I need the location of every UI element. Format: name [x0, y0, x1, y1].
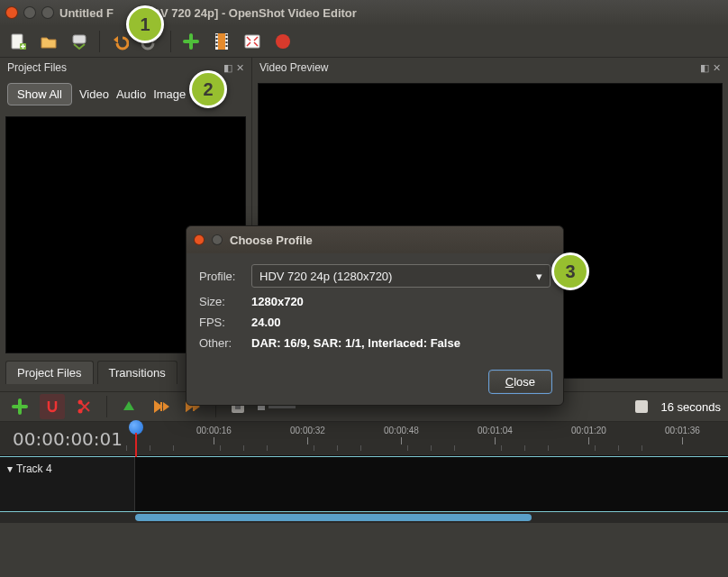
ruler-tick: 00:01:36: [665, 426, 700, 444]
video-preview-panel-header: Video Preview ◧ ✕: [252, 58, 728, 78]
timeline-scrollbar[interactable]: [0, 512, 728, 523]
filter-image-button[interactable]: Image: [153, 87, 186, 101]
main-toolbar: [0, 25, 728, 58]
ruler-tick: 00:01:04: [478, 426, 513, 444]
annotation-1: 1: [126, 5, 164, 43]
profile-dropdown[interactable]: HDV 720 24p (1280x720) ▾: [251, 264, 551, 288]
fps-label: FPS:: [199, 316, 242, 329]
profile-dropdown-value: HDV 720 24p (1280x720): [259, 270, 392, 283]
svg-rect-9: [216, 45, 218, 47]
add-marker-button[interactable]: [116, 394, 141, 419]
dialog-title: Choose Profile: [230, 234, 313, 247]
close-preview-icon[interactable]: ✕: [713, 62, 721, 74]
zoom-label: 16 seconds: [661, 400, 722, 414]
prev-marker-button[interactable]: [149, 394, 174, 419]
add-track-button[interactable]: [7, 394, 32, 419]
project-files-title: Project Files: [7, 61, 67, 74]
svg-rect-10: [226, 34, 228, 36]
size-label: Size:: [199, 295, 242, 308]
profile-label: Profile:: [199, 270, 242, 283]
dialog-titlebar[interactable]: Choose Profile: [187, 226, 563, 253]
fps-value: 24.00: [251, 316, 281, 329]
choose-profile-dialog: Choose Profile Profile: HDV 720 24p (128…: [186, 225, 564, 406]
dialog-minimize-icon[interactable]: [212, 234, 223, 245]
track-row: ▾ Track 4: [0, 456, 728, 512]
timeline-ruler[interactable]: 00:00:1600:00:3200:00:4800:01:0400:01:20…: [135, 422, 728, 456]
chevron-down-icon: ▾: [536, 270, 542, 283]
svg-point-15: [276, 34, 290, 49]
filter-audio-button[interactable]: Audio: [116, 87, 146, 101]
fullscreen-button[interactable]: [240, 29, 265, 54]
svg-rect-6: [216, 34, 218, 36]
filter-show-all-button[interactable]: Show All: [7, 83, 72, 105]
ruler-tick: 00:00:16: [196, 426, 232, 444]
track-collapse-icon[interactable]: ▾: [7, 463, 13, 475]
svg-rect-7: [216, 38, 218, 40]
other-label: Other:: [199, 336, 242, 350]
window-maximize-icon[interactable]: [41, 6, 54, 19]
ruler-tick: 00:00:32: [290, 426, 325, 444]
window-title: Untitled F [HDV 720 24p] - OpenShot Vide…: [59, 6, 357, 20]
svg-point-17: [78, 409, 83, 414]
import-files-button[interactable]: [178, 29, 204, 54]
svg-rect-11: [226, 38, 228, 40]
tab-transitions[interactable]: Transitions: [97, 361, 177, 384]
tab-project-files[interactable]: Project Files: [5, 361, 94, 384]
dialog-close-icon[interactable]: [194, 234, 205, 245]
snap-toggle-button[interactable]: [40, 394, 65, 419]
export-button[interactable]: [270, 29, 296, 54]
choose-profile-button[interactable]: [209, 29, 234, 54]
svg-rect-20: [635, 400, 648, 413]
window-minimize-icon[interactable]: [23, 6, 36, 19]
track-name: Track 4: [16, 463, 52, 475]
other-value: DAR: 16/9, SAR: 1/1, Interlaced: False: [251, 336, 460, 350]
track-body[interactable]: [135, 457, 728, 511]
window-close-icon[interactable]: [5, 6, 18, 19]
save-project-button[interactable]: [67, 29, 92, 54]
svg-point-16: [78, 400, 83, 405]
close-button-rest: lose: [514, 375, 535, 389]
annotation-3: 3: [551, 252, 589, 290]
zoom-value-icon: [629, 394, 654, 419]
video-preview-title: Video Preview: [259, 61, 329, 74]
filter-video-button[interactable]: Video: [79, 87, 109, 101]
ruler-tick: 00:01:20: [571, 426, 606, 444]
undock-preview-icon[interactable]: ◧: [700, 62, 709, 74]
svg-rect-12: [226, 41, 228, 43]
razor-tool-button[interactable]: [72, 394, 97, 419]
close-button[interactable]: Close: [488, 370, 552, 394]
svg-rect-13: [226, 45, 228, 47]
svg-rect-2: [73, 35, 86, 43]
timecode-display: 00:00:00:01: [0, 428, 135, 450]
new-project-button[interactable]: [5, 29, 31, 54]
svg-rect-8: [216, 41, 218, 43]
annotation-2: 2: [189, 70, 227, 108]
undock-panel-icon[interactable]: ◧: [223, 62, 232, 74]
ruler-tick: 00:00:48: [384, 426, 419, 444]
window-titlebar: Untitled F [HDV 720 24p] - OpenShot Vide…: [0, 0, 728, 25]
track-header[interactable]: ▾ Track 4: [0, 457, 135, 511]
close-panel-icon[interactable]: ✕: [236, 62, 244, 74]
open-project-button[interactable]: [36, 29, 61, 54]
size-value: 1280x720: [251, 295, 304, 308]
